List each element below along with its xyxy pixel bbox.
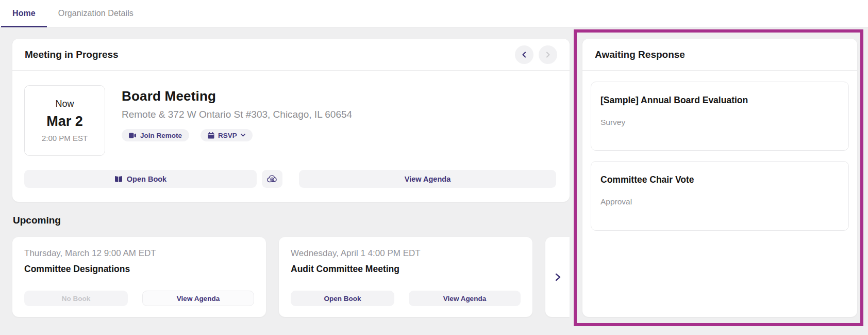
chevron-down-icon [241,134,245,137]
no-book-button: No Book [24,291,128,306]
awaiting-response-item[interactable]: [Sample] Annual Board Evaluation Survey [591,82,849,151]
awaiting-item-title: Committee Chair Vote [600,174,839,185]
join-remote-label: Join Remote [140,132,182,139]
awaiting-item-type: Survey [600,118,839,127]
meeting-location: Remote & 372 W Ontario St #303, Chicago,… [122,109,352,120]
upcoming-meeting-title: Audit Committee Meeting [291,264,521,275]
meeting-time: 2:00 PM EST [42,134,88,142]
view-agenda-button[interactable]: View Agenda [409,291,521,306]
tab-home[interactable]: Home [1,0,47,27]
meeting-date: Mar 2 [46,114,83,130]
rsvp-button[interactable]: RSVP [201,129,253,141]
cloud-download-icon [267,175,277,183]
view-agenda-button[interactable]: View Agenda [299,170,556,188]
open-book-icon [114,176,123,183]
open-book-label: Open Book [127,175,166,183]
awaiting-response-title: Awaiting Response [595,49,685,60]
rsvp-label: RSVP [218,132,237,139]
join-remote-button[interactable]: Join Remote [122,129,189,141]
open-book-button[interactable]: Open Book [24,170,257,188]
tab-organization-details[interactable]: Organization Details [47,0,145,27]
upcoming-meeting-card[interactable]: Thursday, March 12 9:00 AM EDT Committee… [12,237,266,317]
view-agenda-button[interactable]: View Agenda [142,291,254,306]
top-tab-bar: Home Organization Details [0,0,868,27]
upcoming-meeting-datetime: Thursday, March 12 9:00 AM EDT [24,248,254,259]
next-meeting-button[interactable] [539,45,557,64]
awaiting-item-type: Approval [600,197,839,206]
open-book-button[interactable]: Open Book [291,291,394,306]
awaiting-response-header: Awaiting Response [582,39,857,71]
awaiting-response-item[interactable]: Committee Chair Vote Approval [591,161,849,231]
awaiting-response-card: Awaiting Response [Sample] Annual Board … [582,39,857,317]
download-book-button[interactable] [262,170,282,188]
chevron-right-icon [545,52,551,58]
scroll-upcoming-right-button[interactable] [545,237,570,317]
upcoming-meeting-title: Committee Designations [24,264,254,275]
upcoming-meeting-card[interactable]: Wednesday, April 1 4:00 PM EDT Audit Com… [279,237,532,317]
upcoming-meeting-datetime: Wednesday, April 1 4:00 PM EDT [291,248,521,259]
upcoming-section-title: Upcoming [13,215,61,226]
meeting-date-relative: Now [55,99,74,109]
meeting-date-badge: Now Mar 2 2:00 PM EST [24,85,105,156]
awaiting-item-title: [Sample] Annual Board Evaluation [600,95,839,106]
meeting-in-progress-card: Meeting in Progress Now Mar 2 2:00 PM ES… [12,39,570,202]
meeting-title: Board Meeting [122,88,352,104]
chevron-left-icon [521,52,527,58]
chevron-right-icon [554,273,561,281]
meeting-in-progress-title: Meeting in Progress [25,49,119,60]
view-agenda-label: View Agenda [405,175,450,183]
video-camera-icon [129,133,137,138]
calendar-icon [208,132,214,139]
meeting-in-progress-header: Meeting in Progress [12,39,570,71]
previous-meeting-button[interactable] [515,45,533,64]
